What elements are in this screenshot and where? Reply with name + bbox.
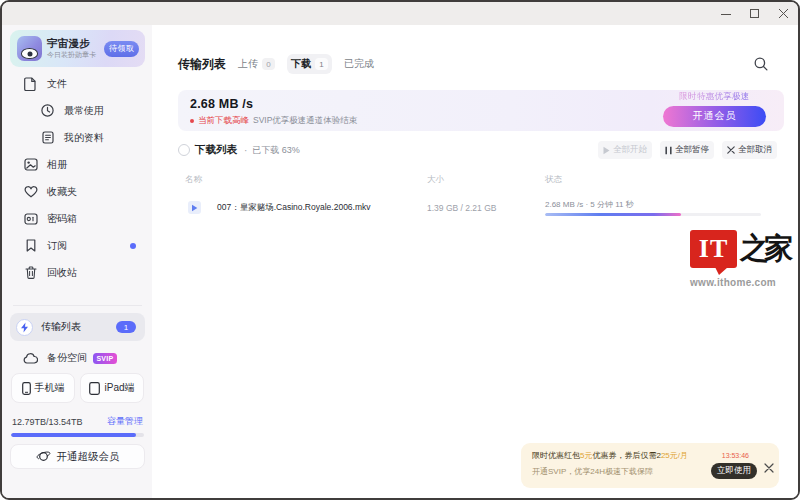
minimize-button[interactable] bbox=[711, 4, 740, 24]
tab-download[interactable]: 下载 1 bbox=[287, 54, 332, 74]
cloud-icon bbox=[23, 350, 39, 366]
tab-label: 已完成 bbox=[344, 57, 374, 71]
peak-alert-suffix: SVIP优享极速通道体验结束 bbox=[253, 115, 357, 127]
sidebar-item-subscriptions[interactable]: 订阅 bbox=[10, 232, 145, 259]
storage-manage-link[interactable]: 容量管理 bbox=[107, 415, 143, 428]
toast-price: 25元/月 bbox=[661, 451, 688, 460]
tab-upload-badge: 0 bbox=[262, 58, 275, 70]
table-row[interactable]: 007：皇家赌场.Casino.Royale.2006.mkv 1.39 GB … bbox=[178, 199, 784, 216]
transfer-count-badge: 1 bbox=[116, 321, 136, 333]
ctrl-button-label: 全部暂停 bbox=[675, 144, 709, 156]
sidebar-divider bbox=[13, 305, 142, 306]
safe-icon bbox=[23, 211, 38, 226]
sidebar-item-label: 回收站 bbox=[47, 266, 77, 280]
photos-icon bbox=[23, 157, 38, 172]
cancel-all-button[interactable]: 全部取消 bbox=[722, 141, 777, 159]
sidebar-item-recycle-bin[interactable]: 回收站 bbox=[10, 259, 145, 286]
sidebar-item-my-docs[interactable]: 我的资料 bbox=[10, 124, 145, 151]
close-button[interactable] bbox=[769, 4, 798, 24]
sidebar-item-recent[interactable]: 最常使用 bbox=[10, 97, 145, 124]
page-title: 传输列表 bbox=[178, 56, 226, 73]
toast-countdown: 13:53:46 bbox=[722, 452, 749, 459]
mobile-app-button[interactable]: 手机端 bbox=[11, 373, 75, 403]
theme-title: 宇宙漫步 bbox=[47, 37, 104, 50]
device-button-label: 手机端 bbox=[35, 381, 65, 395]
claim-button[interactable]: 待领取 bbox=[104, 41, 139, 57]
sidebar-item-label: 传输列表 bbox=[41, 320, 81, 334]
column-name: 名称 bbox=[178, 174, 427, 186]
notification-dot bbox=[130, 243, 136, 249]
sidebar: 宇宙漫步 今日装扮勋章卡 待领取 文件 最常使用 bbox=[2, 25, 152, 498]
tab-label: 上传 bbox=[238, 57, 258, 71]
watermark-url: www.ithome.com bbox=[690, 277, 796, 288]
tab-download-badge: 1 bbox=[315, 58, 328, 70]
sidebar-item-label: 文件 bbox=[47, 77, 67, 91]
file-name: 007：皇家赌场.Casino.Royale.2006.mkv bbox=[217, 202, 371, 214]
sidebar-item-transfer-list[interactable]: 传输列表 1 bbox=[10, 313, 145, 341]
upgrade-membership-button[interactable]: 开通超级会员 bbox=[10, 444, 145, 469]
trash-icon bbox=[23, 265, 38, 280]
start-all-button[interactable]: 全部开始 bbox=[598, 141, 652, 159]
promo-toast: 限时优惠红包5元优惠券，券后仅需225元/月 开通SVIP，优享24H极速下载保… bbox=[521, 443, 779, 488]
column-size: 大小 bbox=[427, 174, 545, 186]
toast-coupon-amount: 5元 bbox=[580, 451, 592, 460]
use-now-button[interactable]: 立即使用 bbox=[711, 463, 757, 479]
upgrade-button-label: 开通超级会员 bbox=[57, 450, 120, 464]
storage-progress-bar bbox=[11, 433, 144, 437]
sidebar-item-label: 备份空间 bbox=[47, 351, 87, 365]
app-window: 宇宙漫步 今日装扮勋章卡 待领取 文件 最常使用 bbox=[0, 0, 800, 500]
promo-text: 限时特惠优享极速 bbox=[663, 91, 766, 103]
tablet-icon bbox=[89, 382, 100, 395]
sidebar-item-backup-space[interactable]: 备份空间 SVIP bbox=[10, 345, 145, 371]
peak-alert: 当前下载高峰 bbox=[198, 115, 249, 127]
open-vip-button[interactable]: 开通会员 bbox=[663, 106, 766, 127]
storage-usage: 12.79TB/13.54TB bbox=[12, 417, 83, 427]
search-button[interactable] bbox=[754, 57, 768, 71]
sidebar-item-label: 相册 bbox=[47, 158, 67, 172]
sidebar-item-label: 我的资料 bbox=[64, 131, 104, 145]
ctrl-button-label: 全部开始 bbox=[613, 144, 647, 156]
select-all-checkbox[interactable] bbox=[178, 144, 190, 156]
close-icon bbox=[727, 146, 735, 154]
toast-text: 限时优惠红包 bbox=[532, 451, 580, 460]
tabs: 上传 0 下载 1 已完成 bbox=[234, 54, 378, 74]
clock-icon bbox=[40, 103, 55, 118]
bookmark-icon bbox=[23, 238, 38, 253]
pause-all-button[interactable]: 全部暂停 bbox=[660, 141, 714, 159]
list-separator: · bbox=[244, 145, 247, 156]
search-icon bbox=[754, 57, 768, 71]
table-header: 名称 大小 状态 bbox=[178, 174, 784, 186]
file-play-icon[interactable] bbox=[188, 201, 201, 214]
column-status: 状态 bbox=[545, 174, 784, 186]
alert-dot bbox=[190, 119, 194, 123]
ipad-app-button[interactable]: iPad端 bbox=[80, 373, 144, 403]
sidebar-item-label: 收藏夹 bbox=[47, 185, 77, 199]
theme-subtitle: 今日装扮勋章卡 bbox=[47, 50, 104, 60]
download-list-title: 下载列表 bbox=[195, 143, 237, 157]
maximize-button[interactable] bbox=[740, 4, 769, 24]
planet-icon bbox=[36, 450, 51, 463]
user-theme-card[interactable]: 宇宙漫步 今日装扮勋章卡 待领取 bbox=[10, 30, 145, 67]
sidebar-item-favorites[interactable]: 收藏夹 bbox=[10, 178, 145, 205]
sidebar-item-files[interactable]: 文件 bbox=[10, 70, 145, 97]
sidebar-item-label: 订阅 bbox=[47, 239, 67, 253]
tab-label: 下载 bbox=[291, 57, 311, 71]
svip-badge: SVIP bbox=[93, 353, 117, 364]
avatar bbox=[17, 36, 42, 61]
storage-progress-fill bbox=[11, 433, 136, 437]
tab-upload[interactable]: 上传 0 bbox=[234, 54, 279, 74]
ctrl-button-label: 全部取消 bbox=[738, 144, 772, 156]
device-button-label: iPad端 bbox=[104, 381, 134, 395]
toast-close-icon[interactable] bbox=[764, 463, 774, 473]
sidebar-item-albums[interactable]: 相册 bbox=[10, 151, 145, 178]
download-progress-fill bbox=[545, 213, 681, 216]
ithome-logo-text: IT bbox=[699, 234, 728, 264]
titlebar bbox=[2, 2, 798, 25]
sidebar-item-vault[interactable]: 密码箱 bbox=[10, 205, 145, 232]
download-progress-bar bbox=[545, 213, 761, 216]
play-icon bbox=[603, 146, 610, 155]
downloaded-percent: 已下载 63% bbox=[252, 144, 300, 157]
tab-completed[interactable]: 已完成 bbox=[340, 54, 378, 74]
heart-icon bbox=[23, 184, 38, 199]
file-size: 1.39 GB / 2.21 GB bbox=[427, 203, 545, 213]
